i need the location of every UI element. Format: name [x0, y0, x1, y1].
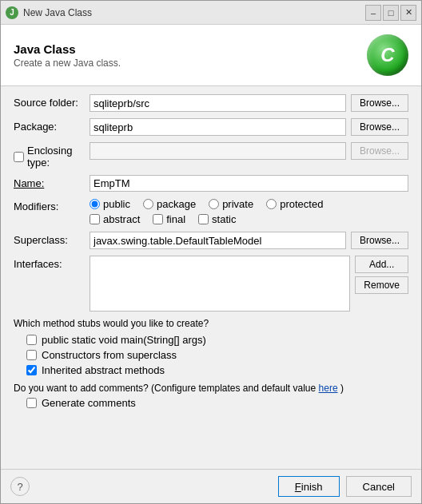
stub-constructors-checkbox[interactable] [26, 350, 37, 360]
package-input[interactable] [90, 118, 346, 136]
stub-main-checkbox[interactable] [26, 335, 37, 345]
stub-inherited-label: Inherited abstract methods [42, 364, 165, 376]
stub-inherited-checkbox[interactable] [26, 365, 37, 375]
title-bar-left: J New Java Class [6, 6, 92, 19]
name-input[interactable] [90, 175, 408, 192]
modifier-abstract-label: abstract [103, 213, 140, 225]
java-class-icon: J [6, 6, 18, 19]
header-text: Java Class Create a new Java class. [14, 42, 121, 69]
source-folder-label: Source folder: [14, 94, 90, 109]
superclass-label: Superclass: [14, 232, 90, 246]
modifier-protected-radio[interactable] [266, 199, 277, 209]
modifier-public[interactable]: public [90, 198, 130, 210]
modifier-static-checkbox[interactable] [198, 214, 209, 224]
dialog: J New Java Class – □ ✕ Java Class Create… [0, 0, 422, 504]
superclass-browse-button[interactable]: Browse... [351, 232, 408, 249]
modifier-abstract-checkbox[interactable] [90, 214, 100, 224]
source-folder-input-row: Browse... [90, 94, 408, 112]
modifier-private-radio[interactable] [209, 199, 219, 209]
title-bar-controls: – □ ✕ [365, 5, 416, 21]
enclosing-type-checkbox-row: Enclosing type: [14, 145, 90, 169]
enclosing-type-label: Enclosing type: [14, 142, 90, 169]
modifier-private[interactable]: private [209, 198, 253, 210]
title-bar: J New Java Class – □ ✕ [1, 1, 421, 25]
interfaces-buttons: Add... Remove [355, 256, 408, 294]
help-button[interactable]: ? [10, 477, 30, 496]
generate-comments-checkbox[interactable] [26, 398, 37, 408]
comments-question-text: Do you want to add comments? (Configure … [14, 383, 316, 394]
header-title: Java Class [14, 42, 121, 56]
title-icon-letter: J [10, 8, 14, 17]
comments-question-end: ) [340, 383, 344, 394]
enclosing-type-label-text: Enclosing type: [27, 145, 90, 169]
enclosing-type-browse-button[interactable]: Browse... [351, 142, 408, 160]
modifier-package-label: package [157, 198, 196, 210]
stub-main-row: public static void main(String[] args) [26, 334, 408, 346]
stub-main-label: public static void main(String[] args) [42, 334, 206, 346]
package-label: Package: [14, 118, 90, 133]
name-row: Name: [14, 175, 408, 192]
modifiers-controls: public package private protected [90, 198, 408, 225]
source-folder-row: Source folder: Browse... [14, 94, 408, 112]
header-section: Java Class Create a new Java class. C [1, 25, 421, 86]
interfaces-box[interactable] [90, 256, 350, 312]
modifier-private-label: private [222, 198, 253, 210]
package-row: Package: Browse... [14, 118, 408, 136]
here-link[interactable]: here [319, 383, 338, 394]
interfaces-controls: Add... Remove [90, 256, 408, 312]
modifier-final-checkbox[interactable] [153, 214, 163, 224]
footer-left: ? [10, 477, 30, 496]
stub-constructors-row: Constructors from superclass [26, 349, 408, 361]
source-folder-browse-button[interactable]: Browse... [351, 94, 408, 112]
cancel-button[interactable]: Cancel [346, 476, 412, 497]
comments-question: Do you want to add comments? (Configure … [14, 383, 408, 394]
stubs-section: public static void main(String[] args) C… [26, 334, 408, 376]
modifier-static-label: static [212, 213, 236, 225]
interfaces-with-buttons: Add... Remove [90, 256, 408, 312]
modifier-static[interactable]: static [198, 213, 236, 225]
modifiers-row-1: public package private protected [90, 198, 408, 210]
comments-row: Generate comments [26, 397, 408, 409]
modifier-final[interactable]: final [153, 213, 185, 225]
interfaces-row: Interfaces: Add... Remove [14, 256, 408, 312]
enclosing-type-row: Enclosing type: Browse... [14, 142, 408, 169]
enclosing-type-checkbox[interactable] [14, 152, 24, 162]
modifier-package[interactable]: package [143, 198, 196, 210]
enclosing-type-controls: Browse... [90, 142, 408, 160]
modifier-protected[interactable]: protected [266, 198, 323, 210]
header-subtitle: Create a new Java class. [14, 58, 121, 69]
stub-constructors-label: Constructors from superclass [42, 349, 177, 361]
modifier-package-radio[interactable] [143, 199, 153, 209]
package-input-row: Browse... [90, 118, 408, 136]
name-label: Name: [14, 175, 90, 189]
modifier-final-label: final [166, 213, 185, 225]
title-bar-title: New Java Class [23, 7, 92, 18]
interfaces-remove-button[interactable]: Remove [355, 276, 408, 294]
eclipse-icon-letter: C [380, 44, 394, 66]
finish-button[interactable]: Finish [278, 476, 340, 497]
source-folder-input[interactable] [90, 94, 346, 112]
minimize-button[interactable]: – [365, 5, 381, 21]
finish-underline: Finish [295, 481, 323, 493]
close-button[interactable]: ✕ [400, 5, 416, 21]
main-content: Source folder: Browse... Package: Browse… [1, 86, 421, 469]
package-controls: Browse... [90, 118, 408, 136]
interfaces-add-button[interactable]: Add... [355, 256, 408, 273]
source-folder-controls: Browse... [90, 94, 408, 112]
modifier-abstract[interactable]: abstract [90, 213, 140, 225]
enclosing-type-input-row: Browse... [90, 142, 408, 160]
enclosing-type-input[interactable] [90, 142, 346, 160]
modifiers-row-2: abstract final static [90, 213, 408, 225]
generate-comments-label: Generate comments [42, 397, 136, 409]
stubs-question: Which method stubs would you like to cre… [14, 318, 408, 329]
modifier-public-radio[interactable] [90, 199, 100, 209]
name-controls [90, 175, 408, 192]
maximize-button[interactable]: □ [383, 5, 399, 21]
modifiers-label: Modifiers: [14, 198, 90, 212]
footer-right: Finish Cancel [278, 476, 412, 497]
superclass-controls: Browse... [90, 232, 408, 249]
superclass-input[interactable] [90, 232, 346, 249]
eclipse-icon: C [367, 34, 408, 76]
interfaces-label: Interfaces: [14, 256, 90, 270]
package-browse-button[interactable]: Browse... [351, 118, 408, 136]
